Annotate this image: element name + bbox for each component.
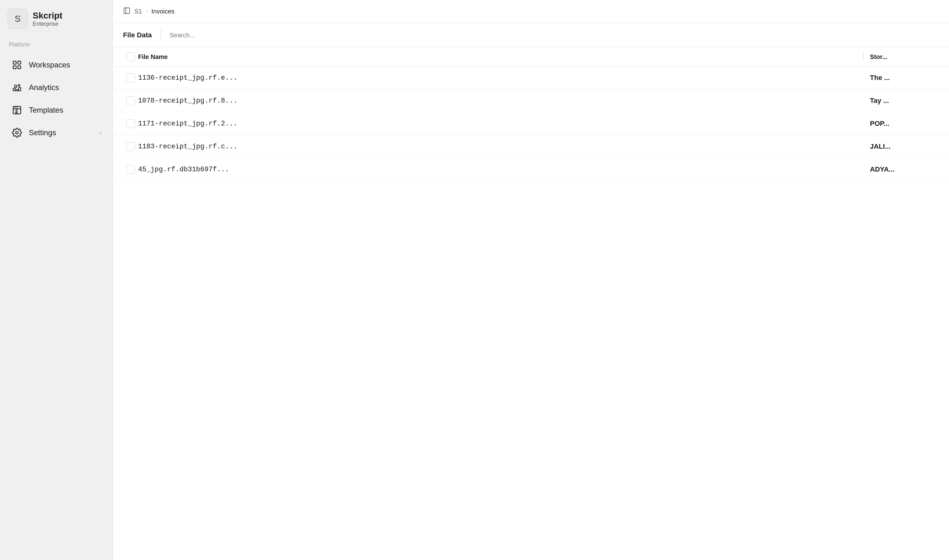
cell-storage: The ... bbox=[870, 74, 890, 82]
storage-column-header: Stor... bbox=[870, 53, 939, 60]
search-input[interactable] bbox=[170, 32, 939, 39]
svg-rect-9 bbox=[18, 88, 21, 91]
svg-point-15 bbox=[16, 131, 18, 134]
filename-column-header: File Name bbox=[138, 53, 863, 60]
row-checkbox-col bbox=[123, 96, 138, 105]
cell-storage: ADYA... bbox=[870, 165, 895, 173]
svg-rect-7 bbox=[13, 88, 15, 91]
workspaces-label: Workspaces bbox=[29, 60, 70, 69]
settings-icon bbox=[11, 127, 23, 138]
table-header: File Name Stor... bbox=[113, 48, 949, 66]
row-checkbox[interactable] bbox=[126, 119, 135, 128]
cell-filename: 1078-receipt_jpg.rf.8... bbox=[138, 97, 870, 105]
row-checkbox-col bbox=[123, 74, 138, 82]
cell-storage: JALI... bbox=[870, 142, 890, 150]
cell-storage: Tay ... bbox=[870, 97, 889, 105]
app-name: Skcript bbox=[32, 11, 62, 21]
svg-rect-2 bbox=[13, 66, 16, 69]
logo-section: S Skcript Enterprise bbox=[8, 9, 105, 29]
cell-filename: 45_jpg.rf.db31b697f... bbox=[138, 166, 870, 174]
svg-rect-3 bbox=[18, 66, 21, 69]
settings-label: Settings bbox=[29, 128, 56, 137]
file-data-tab[interactable]: File Data bbox=[123, 31, 161, 39]
row-checkbox[interactable] bbox=[126, 142, 135, 151]
sidebar-item-templates[interactable]: Templates bbox=[8, 100, 105, 121]
sidebar-item-settings[interactable]: Settings › bbox=[8, 122, 105, 143]
breadcrumb-workspace: S1 bbox=[134, 8, 142, 15]
table-row[interactable]: 1171-receipt_jpg.rf.2... POP... bbox=[113, 112, 949, 135]
select-all-checkbox[interactable] bbox=[126, 52, 135, 61]
analytics-icon bbox=[11, 82, 23, 93]
sidebar: S Skcript Enterprise Platform Workspaces bbox=[0, 0, 113, 560]
svg-point-4 bbox=[14, 85, 17, 88]
sidebar-item-workspaces[interactable]: Workspaces bbox=[8, 54, 105, 75]
row-checkbox-col bbox=[123, 142, 138, 151]
workspaces-icon bbox=[11, 59, 23, 71]
logo-text: Skcript Enterprise bbox=[32, 11, 62, 27]
file-table: File Name Stor... 1136-receipt_jpg.rf.e.… bbox=[113, 48, 949, 560]
row-checkbox-col bbox=[123, 119, 138, 128]
settings-chevron-icon: › bbox=[100, 129, 102, 136]
row-checkbox[interactable] bbox=[126, 165, 135, 174]
main-content: S1 › Invoices File Data File Name Stor..… bbox=[113, 0, 949, 560]
header-checkbox-col bbox=[123, 52, 138, 61]
breadcrumb-separator: › bbox=[146, 8, 148, 15]
cell-filename: 1183-receipt_jpg.rf.c... bbox=[138, 143, 870, 151]
cell-filename: 1136-receipt_jpg.rf.e... bbox=[138, 74, 870, 82]
row-checkbox[interactable] bbox=[126, 74, 135, 82]
svg-rect-1 bbox=[18, 61, 21, 64]
sidebar-item-analytics[interactable]: Analytics bbox=[8, 77, 105, 98]
templates-icon bbox=[11, 105, 23, 116]
table-row[interactable]: 1183-receipt_jpg.rf.c... JALI... bbox=[113, 135, 949, 158]
toolbar: File Data bbox=[113, 23, 949, 48]
cell-filename: 1171-receipt_jpg.rf.2... bbox=[138, 120, 870, 128]
table-row[interactable]: 1136-receipt_jpg.rf.e... The ... bbox=[113, 66, 949, 89]
platform-label: Platform bbox=[8, 42, 105, 48]
column-divider bbox=[863, 52, 864, 61]
breadcrumb-section: Invoices bbox=[151, 8, 174, 15]
templates-label: Templates bbox=[29, 106, 63, 114]
row-checkbox-col bbox=[123, 165, 138, 174]
cell-storage: POP... bbox=[870, 120, 889, 128]
analytics-label: Analytics bbox=[29, 83, 59, 92]
layout-icon bbox=[123, 7, 131, 16]
svg-rect-8 bbox=[16, 90, 18, 91]
table-row[interactable]: 1078-receipt_jpg.rf.8... Tay ... bbox=[113, 89, 949, 112]
app-plan: Enterprise bbox=[32, 21, 62, 27]
row-checkbox[interactable] bbox=[126, 96, 135, 105]
breadcrumb: S1 › Invoices bbox=[113, 0, 949, 23]
svg-rect-16 bbox=[124, 8, 129, 14]
table-row[interactable]: 45_jpg.rf.db31b697f... ADYA... bbox=[113, 158, 949, 181]
nav-items: Workspaces Analytics bbox=[8, 54, 105, 551]
svg-rect-0 bbox=[13, 61, 16, 64]
avatar: S bbox=[8, 9, 28, 29]
